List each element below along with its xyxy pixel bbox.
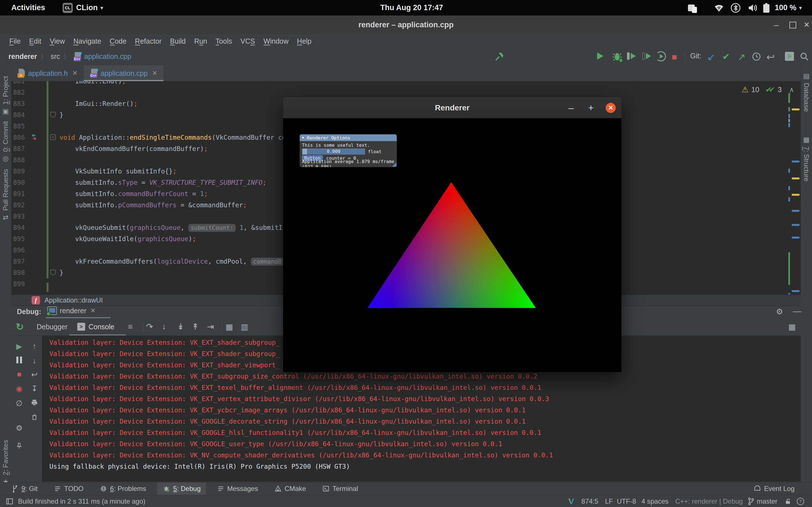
resize-grip[interactable] xyxy=(392,162,396,167)
toolwindow-terminal[interactable]: Terminal xyxy=(317,483,363,495)
tab-console[interactable]: > Console xyxy=(77,318,114,335)
git-commit-icon[interactable]: ✔ xyxy=(722,51,730,62)
run-to-cursor-icon[interactable]: ⇥ xyxy=(207,322,214,332)
breadcrumb-project[interactable]: renderer xyxy=(8,52,37,61)
menu-tools[interactable]: Tools xyxy=(216,37,232,45)
float-slider[interactable]: 0.000 xyxy=(302,149,365,155)
vcs-change-arrows-icon[interactable] xyxy=(30,133,38,142)
pause-icon[interactable] xyxy=(11,356,27,365)
close-icon[interactable]: ✕ xyxy=(91,307,96,314)
toolwindow-messages[interactable]: Messages xyxy=(212,483,263,495)
stripe----project[interactable]: 1: Project▣ xyxy=(0,76,11,115)
maximize-icon[interactable]: + xyxy=(588,97,594,118)
attach-profiler-button[interactable] xyxy=(656,51,666,61)
soft-wrap-icon[interactable]: ↩ xyxy=(27,370,42,379)
stripe----favorites[interactable]: 2: Favorites★ xyxy=(0,440,11,486)
activities-button[interactable]: Activities xyxy=(11,0,45,15)
toolwindow-9--git[interactable]: 9: Git xyxy=(6,483,43,495)
gear-icon[interactable]: ⚙ xyxy=(776,307,783,316)
minimize-icon[interactable]: – xyxy=(568,97,574,118)
rollback-icon[interactable]: ↩ xyxy=(766,51,775,63)
ide-title-bar[interactable]: renderer – application.cpp – ✕ xyxy=(0,15,812,35)
menu-view[interactable]: View xyxy=(50,37,65,45)
rerun-icon[interactable]: ↻ xyxy=(16,321,24,332)
close-icon[interactable]: ✕ xyxy=(152,69,157,77)
menu-run[interactable]: Run xyxy=(194,37,207,45)
toolwindow-toggle-icon[interactable] xyxy=(6,495,13,507)
stripe----structure[interactable]: ▦7: Structure xyxy=(801,136,812,181)
file-encoding[interactable]: UTF-8 xyxy=(617,495,636,507)
force-step-into-icon[interactable]: ↡ xyxy=(177,322,184,332)
menu-edit[interactable]: Edit xyxy=(29,37,41,45)
breadcrumb-dir[interactable]: src xyxy=(50,52,60,61)
menu-navigate[interactable]: Navigate xyxy=(73,37,101,45)
step-out-icon[interactable]: ↟ xyxy=(192,322,199,332)
pin-icon[interactable] xyxy=(11,442,27,450)
menu-window[interactable]: Window xyxy=(263,37,289,45)
run-anything-icon[interactable] xyxy=(785,52,794,61)
git-branch-icon[interactable] xyxy=(747,495,755,507)
build-hammer-icon[interactable] xyxy=(494,51,505,62)
history-icon[interactable] xyxy=(752,52,761,61)
status-message[interactable]: Build finished in 2 s 311 ms (a minute a… xyxy=(18,495,146,507)
breadcrumb-file[interactable]: application.cpp xyxy=(84,52,132,61)
menu-file[interactable]: File xyxy=(9,37,20,45)
git-branch-name[interactable]: master xyxy=(757,495,777,507)
close-icon[interactable]: ✕ xyxy=(72,69,77,77)
imgui-header[interactable]: ▼ Renderer Options xyxy=(300,134,397,141)
toolwindow-todo[interactable]: TODO xyxy=(49,483,89,495)
resolve-context[interactable]: C++: renderer | Debug xyxy=(675,495,743,507)
profiler-button[interactable] xyxy=(642,52,651,60)
fold-marker[interactable] xyxy=(50,270,56,275)
close-icon[interactable]: ✕ xyxy=(606,97,616,118)
resume-icon[interactable]: ▶ xyxy=(11,342,27,351)
step-over-icon[interactable]: ↷ xyxy=(146,322,153,332)
git-push-icon[interactable]: ↗ xyxy=(738,51,746,62)
search-icon[interactable] xyxy=(800,52,809,61)
clear-all-icon[interactable] xyxy=(27,413,42,421)
indent-style[interactable]: 4 spaces xyxy=(642,495,668,507)
menu-vcs[interactable]: VCS xyxy=(241,37,255,45)
restore-layout-icon[interactable]: ▥ xyxy=(241,322,248,332)
toolwindow-5--debug[interactable]: 5: Debug xyxy=(157,483,206,495)
run-button[interactable] xyxy=(597,52,603,60)
menu-help[interactable]: Help xyxy=(297,37,311,45)
restore-layout-icon[interactable]: ▦ xyxy=(788,322,796,332)
stripe-database[interactable]: ▤Database xyxy=(801,72,812,112)
inspections-widget[interactable]: ⚠ 10 ✔✔ 3 ∧ ∨ xyxy=(742,83,801,96)
caret-position[interactable]: 874:5 xyxy=(581,495,598,507)
debug-session-tab[interactable]: renderer ✕ xyxy=(47,306,96,315)
fold-marker[interactable] xyxy=(50,112,56,117)
stripe-pull-requests[interactable]: Pull Requests⇄ xyxy=(0,169,11,221)
clock[interactable]: Thu Aug 20 17:47 xyxy=(375,0,448,15)
menu-refactor[interactable]: Refactor xyxy=(135,37,162,45)
line-separator[interactable]: LF xyxy=(605,495,613,507)
battery-percent[interactable]: 100 %▾ xyxy=(775,0,802,15)
up-stack-icon[interactable]: ↑ xyxy=(27,342,42,351)
stop-icon[interactable]: ■ xyxy=(11,370,27,379)
menu-code[interactable]: Code xyxy=(110,37,126,45)
fold-marker[interactable]: − xyxy=(50,134,56,140)
imgui-window[interactable]: ▼ Renderer Options This is some useful t… xyxy=(299,134,397,167)
hide-panel-icon[interactable]: — xyxy=(793,306,801,316)
minimize-icon[interactable]: – xyxy=(774,15,779,34)
tab-application-h[interactable]: H application.h✕ xyxy=(11,65,84,81)
print-icon[interactable] xyxy=(27,399,42,406)
prev-warning-icon[interactable]: ∧ xyxy=(789,86,794,94)
toolwindow-cmake[interactable]: CMake xyxy=(269,483,311,495)
debug-button[interactable] xyxy=(611,51,623,62)
tab-debugger[interactable]: Debugger xyxy=(37,318,68,335)
settings-gear-icon[interactable]: ⚙ xyxy=(11,424,27,433)
tab-application-cpp[interactable]: C++ application.cpp✕ xyxy=(84,65,163,81)
renderer-title-bar[interactable]: Renderer – + ✕ xyxy=(283,97,621,118)
view-breakpoints-icon[interactable]: ◉ xyxy=(11,384,27,393)
close-icon[interactable]: ✕ xyxy=(804,15,810,34)
scroll-to-end-icon[interactable]: ↧ xyxy=(27,384,42,393)
coverage-button[interactable] xyxy=(627,52,636,60)
maximize-icon[interactable] xyxy=(790,15,796,34)
toolwindow-6--problems[interactable]: 6: Problems xyxy=(95,483,151,495)
mute-breakpoints-icon[interactable]: ∅ xyxy=(11,399,27,408)
menu-build[interactable]: Build xyxy=(170,37,186,45)
step-into-icon[interactable]: ↓ xyxy=(162,322,166,331)
app-menu[interactable]: CL CLion▾ xyxy=(63,0,103,15)
